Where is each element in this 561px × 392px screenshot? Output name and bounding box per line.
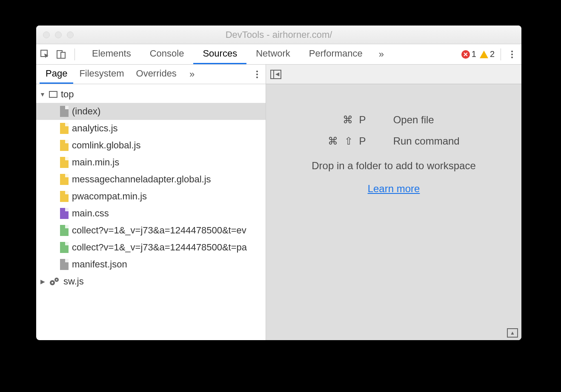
tree-label: collect?v=1&_v=j73&a=1244478500&t=pa [72,242,247,253]
content-area: Page Filesystem Overrides » ▼ top ( [36,65,521,340]
toolbar-divider [501,48,501,60]
caret-down-icon: ▼ [40,91,46,98]
editor-empty-state: ⌘ P Open file ⌘ ⇧ P Run command Drop in … [266,84,521,340]
file-icon [60,242,69,253]
settings-menu-icon[interactable] [507,51,517,58]
panel-tabs: Elements Console Sources Network Perform… [83,44,391,64]
run-command-shortcut: ⌘ ⇧ P [328,135,367,147]
more-sub-tabs-icon[interactable]: » [183,69,201,80]
file-icon [60,259,69,270]
tree-label: main.min.js [72,157,119,168]
editor-toolbar [266,65,521,84]
tree-file[interactable]: main.css [36,205,266,222]
toggle-drawer-icon[interactable] [507,328,518,338]
tree-file[interactable]: manifest.json [36,256,266,273]
tree-file[interactable]: collect?v=1&_v=j73&a=1244478500&t=ev [36,222,266,239]
navigator-tabs: Page Filesystem Overrides » [36,65,266,84]
tree-file[interactable]: messagechanneladapter.global.js [36,171,266,188]
error-count: 1 [472,49,476,59]
warning-count-badge[interactable]: 2 [480,49,495,59]
navigator-menu-icon[interactable] [252,71,262,78]
tree-file[interactable]: collect?v=1&_v=j73&a=1244478500&t=pa [36,239,266,256]
more-tabs-icon[interactable]: » [372,44,391,64]
sub-tab-overrides[interactable]: Overrides [130,65,183,84]
traffic-lights [36,31,74,38]
devtools-window: DevTools - airhorner.com/ Elements Conso… [36,26,521,340]
tree-label: messagechanneladapter.global.js [72,174,211,185]
learn-more-link[interactable]: Learn more [368,183,420,195]
sub-tab-filesystem[interactable]: Filesystem [73,65,130,84]
window-title: DevTools - airhorner.com/ [36,29,521,40]
tab-performance[interactable]: Performance [300,44,372,64]
file-icon [60,157,69,168]
tree-label: collect?v=1&_v=j73&a=1244478500&t=ev [72,225,246,236]
tree-file[interactable]: (index) [36,103,266,120]
tab-console[interactable]: Console [140,44,194,64]
navigator-pane: Page Filesystem Overrides » ▼ top ( [36,65,266,340]
tree-label: comlink.global.js [72,140,140,151]
editor-pane: ⌘ P Open file ⌘ ⇧ P Run command Drop in … [266,65,521,340]
tab-network[interactable]: Network [246,44,300,64]
tree-file[interactable]: analytics.js [36,120,266,137]
svg-rect-2 [61,52,65,58]
tree-label: (index) [72,106,100,117]
file-icon [60,208,69,219]
tree-frame-top[interactable]: ▼ top [36,86,266,103]
tree-label: analytics.js [72,123,118,134]
tree-label: sw.js [63,276,84,287]
file-tree: ▼ top (index) analytics.js comlink.globa… [36,84,266,340]
file-icon [60,225,69,236]
close-window-button[interactable] [43,31,50,38]
file-icon [60,123,69,134]
zoom-window-button[interactable] [67,31,74,38]
device-toolbar-icon[interactable] [56,49,67,60]
sub-tab-page[interactable]: Page [40,65,73,84]
run-command-label: Run command [393,135,460,147]
error-count-badge[interactable]: ✕ 1 [461,49,476,59]
file-icon [60,174,69,185]
tree-label: top [61,89,74,100]
svg-point-6 [56,279,57,280]
toggle-navigator-icon[interactable] [270,70,281,79]
toolbar-divider [74,48,75,60]
warning-count: 2 [490,49,495,59]
svg-point-5 [52,282,53,284]
workspace-drop-hint: Drop in a folder to add to workspace [312,160,476,172]
open-file-label: Open file [393,114,460,126]
inspect-element-icon[interactable] [40,49,51,60]
tree-label: pwacompat.min.js [72,191,147,202]
gears-icon [49,277,60,286]
main-toolbar: Elements Console Sources Network Perform… [36,44,521,65]
file-icon [60,191,69,202]
tree-label: manifest.json [72,259,127,270]
minimize-window-button[interactable] [55,31,62,38]
frame-icon [49,91,57,98]
tab-sources[interactable]: Sources [193,44,246,64]
warning-icon [480,51,488,58]
tree-label: main.css [72,208,109,219]
file-icon [60,106,69,117]
error-icon: ✕ [461,50,470,59]
titlebar: DevTools - airhorner.com/ [36,26,521,44]
tree-service-worker[interactable]: ▶ sw.js [36,273,266,290]
open-file-shortcut: ⌘ P [328,114,367,126]
tree-file[interactable]: pwacompat.min.js [36,188,266,205]
tab-elements[interactable]: Elements [83,44,140,64]
file-icon [60,140,69,151]
tree-file[interactable]: comlink.global.js [36,137,266,154]
tree-file[interactable]: main.min.js [36,154,266,171]
caret-right-icon: ▶ [40,278,46,285]
